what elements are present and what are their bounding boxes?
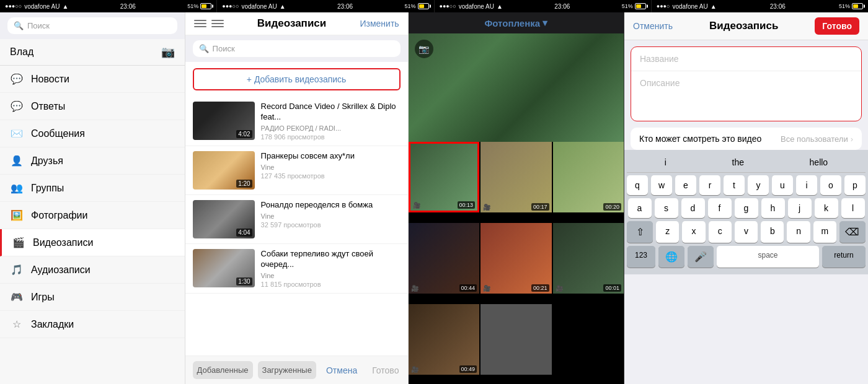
key-b[interactable]: b [761,221,784,243]
video-source-1: РАДИО РЕКОРД / RADI... [261,124,401,132]
space-key[interactable]: space [717,246,819,268]
fotografii-icon: 🖼️ [10,209,24,221]
search-placeholder: Поиск [213,44,235,53]
key-t[interactable]: t [724,175,745,195]
key-m[interactable]: m [813,221,836,243]
sidebar-item-gruppy[interactable]: 👥 Группы [0,175,185,202]
status-bar-2: ●●●○○vodafone AU▲ 23:06 51% [217,0,434,12]
sidebar-item-otvety[interactable]: 💬 Ответы [0,93,185,120]
key-i[interactable]: i [796,175,817,195]
video-duration-4: 1:30 [236,277,252,286]
suggestion-i[interactable]: i [660,156,671,168]
edit-button[interactable]: Изменить [360,19,399,28]
sidebar-search-input[interactable]: 🔍 Поиск [7,17,177,34]
cell-duration-2: 00:17 [531,203,549,211]
grid-cell-5[interactable]: 🎥 00:21 [480,223,551,294]
tab-uploaded[interactable]: Загруженные [258,361,316,379]
video-search-input[interactable]: 🔍 Поиск [193,40,401,57]
numbers-key[interactable]: 123 [627,246,655,268]
key-c[interactable]: c [709,221,732,243]
video-item-4[interactable]: 1:30 Собаки терпеливо ждут своей очеред.… [185,244,408,294]
key-o[interactable]: o [820,175,841,195]
sidebar-item-soobscheniya[interactable]: ✉️ Сообщения [0,120,185,147]
delete-key[interactable]: ⌫ [839,221,866,243]
key-z[interactable]: z [656,221,679,243]
mic-key[interactable]: 🎤 [688,246,714,268]
video-thumb-3: 4:04 [193,200,255,238]
upload-cancel-button[interactable]: Отменить [633,21,673,31]
camera-header: Фотопленка ▾ [409,12,624,33]
key-r[interactable]: r [699,175,720,195]
grid-cell-1[interactable]: 🎥 00:13 [409,142,479,212]
privacy-row[interactable]: Кто может смотреть это видео Все пользов… [631,128,862,150]
gruppy-icon: 👥 [10,182,24,194]
sidebar-item-fotografii[interactable]: 🖼️ Фотографии [0,202,185,229]
time-2: 23:06 [337,3,353,10]
sidebar-item-audiozapisi[interactable]: 🎵 Аудиозаписи [0,256,185,284]
key-y[interactable]: y [748,175,769,195]
zakladki-icon: ☆ [10,318,24,330]
key-x[interactable]: x [682,221,705,243]
hamburger-menu-2[interactable] [211,20,224,27]
otvety-icon: 💬 [10,100,24,112]
key-u[interactable]: u [772,175,793,195]
hamburger-menu[interactable] [194,20,206,27]
video-item-2[interactable]: 1:20 Пранкеры совсем аху*ли Vine 127 435… [185,146,408,195]
suggestion-the[interactable]: the [727,156,749,168]
key-q[interactable]: q [627,175,648,195]
grid-cell-8[interactable] [480,304,551,375]
videozapisi-icon: 🎬 [12,237,25,248]
key-j[interactable]: j [788,198,812,218]
key-g[interactable]: g [735,198,758,218]
key-a[interactable]: a [628,198,652,218]
camera-grid: 🎥 00:13 🎥 00:17 00:20 🎥 00:44 🎥 00:21 🎥 [409,142,624,384]
video-icon: 🎥 [483,285,490,292]
sidebar-menu: 💬 Новости 💬 Ответы ✉️ Сообщения 👤 Друзья… [0,66,185,384]
key-s[interactable]: s [655,198,678,218]
sidebar-item-videozapisi[interactable]: 🎬 Видеозаписи [0,229,185,256]
key-f[interactable]: f [708,198,732,218]
key-e[interactable]: e [675,175,696,195]
key-n[interactable]: n [787,221,810,243]
upload-panel: Отменить Видеозапись Готово Название Опи… [624,12,868,384]
grid-cell-6[interactable]: 🎥 00:01 [553,223,624,294]
privacy-label: Кто может смотреть это видео [639,134,761,144]
grid-cell-7[interactable]: 🎥 00:49 [409,304,479,375]
tab-cancel[interactable]: Отмена [321,361,362,379]
sidebar-item-igry[interactable]: 🎮 Игры [0,284,185,311]
keyboard-row-4: 123 🌐 🎤 space return [627,246,866,268]
key-d[interactable]: d [681,198,705,218]
search-icon: 🔍 [14,21,24,30]
video-views-1: 178 906 просмотров [261,133,401,141]
video-views-3: 32 597 просмотров [261,221,401,229]
return-key[interactable]: return [822,246,866,268]
preview-camera-icon: 📷 [415,40,433,58]
key-v[interactable]: v [735,221,758,243]
upload-done-button[interactable]: Готово [815,17,859,35]
add-video-button[interactable]: + Добавить видеозапись [193,68,401,90]
profile-name: Влад [10,46,33,58]
sidebar-item-zakladki[interactable]: ☆ Закладки [0,311,185,338]
video-item-3[interactable]: 4:04 Роналдо переоделся в бомжа Vine 32 … [185,195,408,244]
tab-added[interactable]: Добавленные [193,361,253,379]
sidebar-item-novosti[interactable]: 💬 Новости [0,66,185,93]
key-p[interactable]: p [844,175,866,195]
key-h[interactable]: h [761,198,785,218]
video-item-1[interactable]: 4:02 Record Dance Video / Skrillex & Dip… [185,97,408,146]
description-field[interactable]: Описание [631,71,861,121]
title-field[interactable]: Название [631,47,861,71]
sidebar-item-druzya[interactable]: 👤 Друзья [0,147,185,175]
key-l[interactable]: l [841,198,865,218]
shift-key[interactable]: ⇧ [627,221,653,243]
camera-title[interactable]: Фотопленка ▾ [485,17,548,28]
camera-icon[interactable]: 📷 [161,45,175,59]
grid-cell-2[interactable]: 🎥 00:17 [480,142,551,212]
upload-header: Отменить Видеозапись Готово [624,12,868,40]
grid-cell-4[interactable]: 🎥 00:44 [409,223,479,294]
key-k[interactable]: k [815,198,838,218]
suggestion-hello[interactable]: hello [805,156,833,168]
sidebar-item-label: Игры [31,292,55,303]
key-w[interactable]: w [651,175,672,195]
grid-cell-3[interactable]: 00:20 [553,142,624,212]
globe-key[interactable]: 🌐 [658,246,684,268]
